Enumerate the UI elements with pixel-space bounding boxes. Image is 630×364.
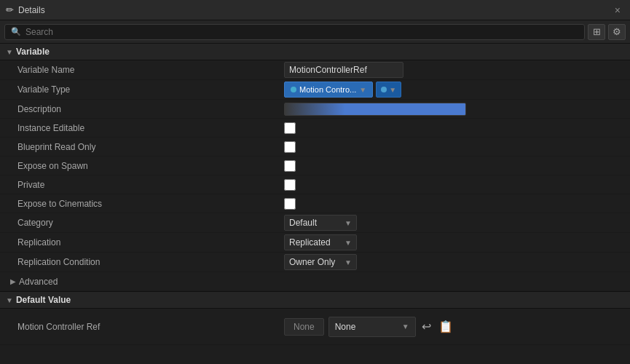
replication-condition-chevron-icon: ▼ [344, 258, 352, 266]
expose-cinematics-row: Expose to Cinematics [0, 194, 630, 213]
pencil-icon: ✏ [6, 4, 14, 15]
use-selected-button[interactable]: 📋 [437, 318, 454, 335]
default-value-chevron-icon: ▼ [6, 296, 13, 304]
private-label: Private [0, 180, 284, 190]
default-value-section-header[interactable]: ▼ Default Value [0, 292, 630, 309]
motion-controller-ref-label: Motion Controller Ref [0, 322, 284, 332]
replication-value: Replicated ▼ [284, 234, 630, 250]
advanced-text: Advanced [19, 277, 58, 287]
description-color-bar [284, 103, 466, 116]
description-label: Description [0, 104, 284, 114]
browse-icon-button[interactable]: ↩ [420, 318, 433, 335]
replication-dropdown-value: Replicated [289, 237, 331, 248]
replication-condition-dropdown[interactable]: Owner Only ▼ [284, 254, 357, 270]
replication-label: Replication [0, 237, 284, 248]
variable-name-label: Variable Name [0, 65, 284, 75]
instance-editable-value [284, 122, 630, 134]
expose-spawn-label: Expose on Spawn [0, 161, 284, 171]
category-dropdown-value: Default [289, 218, 317, 228]
type-label: Motion Contro... [299, 85, 356, 94]
category-dropdown[interactable]: Default ▼ [284, 215, 357, 231]
ref-chevron-icon: ▼ [389, 86, 396, 94]
advanced-label: ▶ Advanced [0, 277, 58, 287]
settings-button[interactable]: ⚙ [608, 24, 626, 40]
expose-spawn-checkbox[interactable] [284, 160, 296, 172]
variable-type-label: Variable Type [0, 84, 284, 95]
replication-condition-value: Owner Only ▼ [284, 254, 630, 270]
motion-controller-ref-row: Motion Controller Ref None None ▼ ↩ 📋 [0, 309, 630, 345]
none-dropdown-value: None [335, 322, 356, 332]
instance-editable-label: Instance Editable [0, 123, 284, 133]
none-label: None [294, 322, 315, 332]
blueprint-readonly-label: Blueprint Read Only [0, 142, 284, 152]
close-button[interactable]: × [611, 3, 624, 17]
expose-cinematics-checkbox[interactable] [284, 198, 296, 210]
replication-dropdown[interactable]: Replicated ▼ [284, 234, 357, 250]
advanced-row[interactable]: ▶ Advanced [0, 272, 630, 291]
description-row: Description [0, 100, 630, 119]
panel-title: Details [18, 5, 607, 15]
blueprint-readonly-checkbox[interactable] [284, 141, 296, 153]
instance-editable-checkbox[interactable] [284, 122, 296, 134]
expose-cinematics-value [284, 198, 630, 210]
expose-spawn-value [284, 160, 630, 172]
blueprint-readonly-row: Blueprint Read Only [0, 138, 630, 157]
default-value-section: ▼ Default Value Motion Controller Ref No… [0, 291, 630, 345]
private-value [284, 179, 630, 191]
none-box: None [284, 318, 324, 336]
search-input[interactable] [25, 27, 578, 37]
variable-section-title: Variable [16, 47, 50, 57]
variable-type-value: Motion Contro... ▼ ▼ [284, 82, 630, 98]
grid-view-button[interactable]: ⊞ [588, 24, 605, 40]
instance-editable-row: Instance Editable [0, 119, 630, 138]
replication-condition-row: Replication Condition Owner Only ▼ [0, 253, 630, 272]
type-dot [291, 87, 296, 92]
titlebar: ✏ Details × [0, 0, 630, 20]
none-dropdown[interactable]: None ▼ [328, 317, 416, 337]
replication-chevron-icon: ▼ [344, 239, 352, 247]
expose-cinematics-label: Expose to Cinematics [0, 199, 284, 209]
expose-spawn-row: Expose on Spawn [0, 157, 630, 175]
content-area: ▼ Variable Variable Name Variable Type M… [0, 44, 630, 364]
variable-type-row: Variable Type Motion Contro... ▼ ▼ [0, 80, 630, 100]
category-row: Category Default ▼ [0, 213, 630, 233]
chevron-right-icon: ▶ [10, 277, 16, 285]
none-dropdown-arrow: ▼ [402, 323, 409, 331]
variable-type-dropdown[interactable]: Motion Contro... ▼ [284, 82, 373, 98]
private-row: Private [0, 175, 630, 194]
category-value: Default ▼ [284, 215, 630, 231]
blueprint-readonly-value [284, 141, 630, 153]
ref-dot [381, 87, 387, 92]
category-label: Category [0, 218, 284, 228]
replication-condition-dropdown-value: Owner Only [289, 257, 335, 267]
description-value [284, 103, 630, 116]
category-chevron-icon: ▼ [344, 219, 352, 227]
type-chevron-icon: ▼ [359, 86, 366, 94]
search-box: 🔍 [4, 24, 585, 40]
ref-type-badge[interactable]: ▼ [376, 82, 401, 98]
toolbar: 🔍 ⊞ ⚙ [0, 20, 630, 44]
variable-name-input[interactable] [284, 62, 403, 78]
chevron-down-icon: ▼ [6, 48, 13, 56]
variable-name-row: Variable Name [0, 60, 630, 80]
private-checkbox[interactable] [284, 179, 296, 191]
replication-row: Replication Replicated ▼ [0, 233, 630, 253]
replication-condition-label: Replication Condition [0, 257, 284, 267]
motion-controller-ref-value: None None ▼ ↩ 📋 [284, 317, 630, 337]
variable-section-header[interactable]: ▼ Variable [0, 44, 630, 60]
variable-name-value [284, 62, 630, 78]
default-value-section-title: Default Value [16, 295, 71, 305]
search-icon: 🔍 [11, 27, 21, 36]
